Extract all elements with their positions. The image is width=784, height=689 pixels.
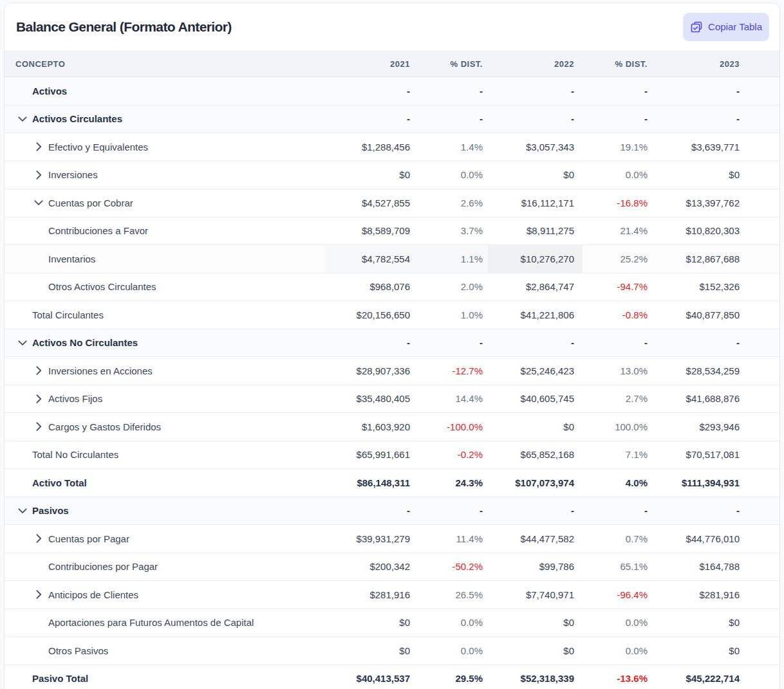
pct-dist-cell[interactable]: - [583,497,653,525]
concept-cell[interactable]: Aportaciones para Futuros Aumentos de Ca… [5,609,325,637]
amount-cell[interactable]: $200,342 [325,553,418,581]
concept-cell[interactable]: Activos Fijos [5,385,325,413]
table-row[interactable]: Activos Circulantes----- [5,105,779,133]
amount-cell[interactable]: $41,221,806 [488,301,583,329]
amount-cell[interactable]: - [653,105,779,133]
pct-dist-cell[interactable]: - [418,329,488,357]
pct-dist-cell[interactable]: 4.0% [583,469,653,497]
table-row[interactable]: Activos No Circulantes----- [5,329,779,357]
amount-cell[interactable]: $40,877,850 [653,301,779,329]
amount-cell[interactable]: $16,112,171 [488,189,583,217]
concept-cell[interactable]: Activos No Circulantes [5,329,325,357]
amount-cell[interactable]: $4,782,554 [325,245,418,273]
amount-cell[interactable]: $40,605,745 [488,385,583,413]
amount-cell[interactable]: $35,480,405 [325,385,418,413]
pct-dist-cell[interactable]: 0.7% [583,525,653,553]
amount-cell[interactable]: - [653,77,779,106]
amount-cell[interactable]: $13,397,762 [653,189,779,217]
pct-dist-cell[interactable]: 0.0% [418,637,488,665]
concept-cell[interactable]: Activos [5,77,325,106]
amount-cell[interactable]: $0 [488,413,583,441]
table-row[interactable]: Anticipos de Clientes$281,91626.5%$7,740… [5,581,779,609]
amount-cell[interactable]: $0 [488,609,583,637]
amount-cell[interactable]: $45,222,714 [653,665,779,689]
pct-dist-cell[interactable]: -94.7% [583,273,653,301]
chevron-down-icon[interactable] [18,338,32,347]
amount-cell[interactable]: $65,991,661 [325,441,418,469]
concept-cell[interactable]: Total No Circulantes [5,441,325,469]
pct-dist-cell[interactable]: -100.0% [418,413,488,441]
pct-dist-cell[interactable]: 24.3% [418,469,488,497]
amount-cell[interactable]: - [653,497,779,525]
pct-dist-cell[interactable]: 65.1% [583,553,653,581]
table-row[interactable]: Otros Activos Circulantes$968,0762.0%$2,… [5,273,779,301]
concept-cell[interactable]: Pasivos [5,497,325,525]
concept-cell[interactable]: Efectivo y Equivalentes [5,133,325,161]
pct-dist-cell[interactable]: - [583,77,653,106]
amount-cell[interactable]: $40,413,537 [325,665,418,689]
table-row[interactable]: Inversiones en Acciones$28,907,336-12.7%… [5,357,779,385]
pct-dist-cell[interactable]: 3.7% [418,217,488,245]
concept-cell[interactable]: Cuentas por Pagar [5,525,325,553]
concept-cell[interactable]: Activos Circulantes [5,105,325,133]
amount-cell[interactable]: $4,527,855 [325,189,418,217]
amount-cell[interactable]: $111,394,931 [653,469,779,497]
amount-cell[interactable]: $39,931,279 [325,525,418,553]
amount-cell[interactable]: $41,688,876 [653,385,779,413]
pct-dist-cell[interactable]: 0.0% [418,161,488,189]
table-row[interactable]: Aportaciones para Futuros Aumentos de Ca… [5,609,779,637]
amount-cell[interactable]: $3,057,343 [488,133,583,161]
pct-dist-cell[interactable]: -16.8% [583,189,653,217]
amount-cell[interactable]: $0 [488,161,583,189]
amount-cell[interactable]: $281,916 [325,581,418,609]
chevron-right-icon[interactable] [34,590,48,599]
amount-cell[interactable]: $12,867,688 [653,245,779,273]
pct-dist-cell[interactable]: -96.4% [583,581,653,609]
amount-cell[interactable]: - [488,497,583,525]
amount-cell[interactable]: - [325,497,418,525]
amount-cell[interactable]: - [325,77,418,106]
chevron-right-icon[interactable] [34,534,48,543]
amount-cell[interactable]: $0 [325,609,418,637]
pct-dist-cell[interactable]: 26.5% [418,581,488,609]
pct-dist-cell[interactable]: 0.0% [583,637,653,665]
table-row[interactable]: Activo Total$86,148,31124.3%$107,073,974… [5,469,779,497]
amount-cell[interactable]: $99,786 [488,553,583,581]
pct-dist-cell[interactable]: 0.0% [583,609,653,637]
amount-cell[interactable]: $44,477,582 [488,525,583,553]
concept-cell[interactable]: Contribuciones a Favor [5,217,325,245]
amount-cell[interactable]: $0 [653,161,779,189]
pct-dist-cell[interactable]: 7.1% [583,441,653,469]
concept-cell[interactable]: Total Circulantes [5,301,325,329]
table-row[interactable]: Total Circulantes$20,156,6501.0%$41,221,… [5,301,779,329]
table-row[interactable]: Contribuciones por Pagar$200,342-50.2%$9… [5,553,779,581]
amount-cell[interactable]: $0 [653,637,779,665]
amount-cell[interactable]: $1,288,456 [325,133,418,161]
chevron-down-icon[interactable] [18,115,32,124]
chevron-right-icon[interactable] [34,422,48,431]
amount-cell[interactable]: $86,148,311 [325,469,418,497]
pct-dist-cell[interactable]: 2.6% [418,189,488,217]
concept-cell[interactable]: Otros Pasivos [5,637,325,665]
amount-cell[interactable]: $2,864,747 [488,273,583,301]
pct-dist-cell[interactable]: 1.4% [418,133,488,161]
pct-dist-cell[interactable]: 1.0% [418,301,488,329]
table-row[interactable]: Activos----- [5,77,779,106]
amount-cell[interactable]: - [325,329,418,357]
amount-cell[interactable]: $968,076 [325,273,418,301]
concept-cell[interactable]: Anticipos de Clientes [5,581,325,609]
amount-cell[interactable]: - [488,329,583,357]
table-row[interactable]: Activos Fijos$35,480,40514.4%$40,605,745… [5,385,779,413]
chevron-right-icon[interactable] [34,170,48,179]
amount-cell[interactable]: $8,911,275 [488,217,583,245]
concept-cell[interactable]: Pasivo Total [5,665,325,689]
amount-cell[interactable]: $7,740,971 [488,581,583,609]
amount-cell[interactable]: $0 [325,637,418,665]
amount-cell[interactable]: $1,603,920 [325,413,418,441]
pct-dist-cell[interactable]: - [418,105,488,133]
concept-cell[interactable]: Otros Activos Circulantes [5,273,325,301]
amount-cell[interactable]: $52,318,339 [488,665,583,689]
table-row[interactable]: Cuentas por Cobrar$4,527,8552.6%$16,112,… [5,189,779,217]
pct-dist-cell[interactable]: 0.0% [418,609,488,637]
amount-cell[interactable]: - [488,77,583,106]
